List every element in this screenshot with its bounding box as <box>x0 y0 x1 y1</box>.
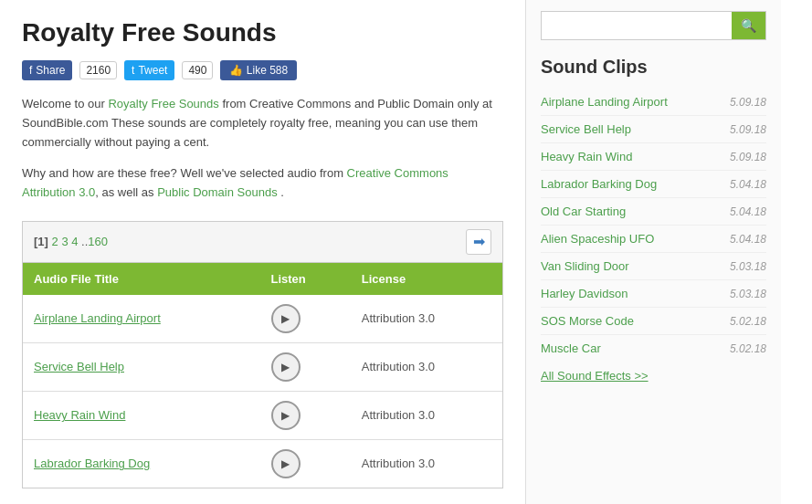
public-domain-link[interactable]: Public Domain Sounds <box>157 185 278 199</box>
audio-table: Audio File Title Listen License Airplane… <box>23 263 502 488</box>
list-item: Service Bell Help 5.09.18 <box>541 116 766 143</box>
clip-date: 5.03.18 <box>730 260 766 273</box>
list-item: Van Sliding Door 5.03.18 <box>541 253 766 280</box>
search-bar: 🔍 <box>541 11 766 40</box>
social-bar: f Share 2160 t Tweet 490 👍 Like 588 <box>22 60 503 80</box>
facebook-share-button[interactable]: f Share <box>22 60 72 80</box>
clip-name-link[interactable]: Van Sliding Door <box>541 259 629 273</box>
list-item: Airplane Landing Airport 5.09.18 <box>541 89 766 116</box>
twitter-count: 490 <box>182 61 213 79</box>
table-header-row: Audio File Title Listen License <box>23 263 502 295</box>
page-4-link[interactable]: 4 <box>71 235 78 248</box>
facebook-icon: f <box>29 64 32 77</box>
clip-date: 5.02.18 <box>730 342 766 355</box>
intro-paragraph-1: Welcome to our Royalty Free Sounds from … <box>22 95 503 152</box>
license-label: Attribution 3.0 <box>362 457 435 470</box>
clip-name-link[interactable]: Harley Davidson <box>541 287 627 300</box>
table-row: Labrador Barking Dog ▶ Attribution 3.0 <box>23 439 502 488</box>
facebook-count: 2160 <box>79 61 117 79</box>
audio-title-link[interactable]: Service Bell Help <box>34 360 124 373</box>
clip-name-link[interactable]: Labrador Barking Dog <box>541 177 657 191</box>
list-item: Labrador Barking Dog 5.04.18 <box>541 171 766 198</box>
page-2-link[interactable]: 2 <box>52 235 58 248</box>
col-header-license: License <box>351 263 502 295</box>
play-button[interactable]: ▶ <box>271 449 301 478</box>
clip-name-link[interactable]: Alien Spaceship UFO <box>541 232 654 246</box>
thumbs-up-icon: 👍 <box>229 64 246 77</box>
license-label: Attribution 3.0 <box>362 360 435 373</box>
clip-date: 5.04.18 <box>730 205 766 218</box>
page-160-link[interactable]: 160 <box>88 235 108 248</box>
search-input[interactable] <box>542 14 732 38</box>
royalty-free-sounds-link[interactable]: Royalty Free Sounds <box>108 97 218 110</box>
license-label: Attribution 3.0 <box>362 311 435 325</box>
clip-date: 5.02.18 <box>730 315 766 328</box>
clip-date: 5.04.18 <box>730 233 766 246</box>
play-button[interactable]: ▶ <box>271 304 301 333</box>
intro-paragraph-2: Why and how are these free? Well we've s… <box>22 164 503 203</box>
clip-date: 5.03.18 <box>730 288 766 300</box>
search-button[interactable]: 🔍 <box>732 12 765 39</box>
audio-title-link[interactable]: Labrador Barking Dog <box>34 457 150 470</box>
all-sound-effects-link[interactable]: All Sound Effects >> <box>541 369 766 383</box>
twitter-icon: t <box>132 64 134 77</box>
list-item: Heavy Rain Wind 5.09.18 <box>541 143 766 171</box>
table-row: Airplane Landing Airport ▶ Attribution 3… <box>23 295 502 343</box>
list-item: Harley Davidson 5.03.18 <box>541 280 766 308</box>
clip-date: 5.09.18 <box>730 123 766 136</box>
list-item: Alien Spaceship UFO 5.04.18 <box>541 226 766 253</box>
list-item: Muscle Car 5.02.18 <box>541 335 766 362</box>
audio-table-wrapper: [1] 2 3 4 ..160 ➡ Audio File Title Liste… <box>22 221 503 488</box>
facebook-like-button[interactable]: 👍 Like 588 <box>220 60 297 80</box>
clip-name-link[interactable]: Airplane Landing Airport <box>541 95 668 109</box>
page-title: Royalty Free Sounds <box>22 18 503 47</box>
twitter-tweet-button[interactable]: t Tweet <box>124 60 174 80</box>
table-row: Heavy Rain Wind ▶ Attribution 3.0 <box>23 391 502 439</box>
table-row: Service Bell Help ▶ Attribution 3.0 <box>23 342 502 391</box>
clip-date: 5.09.18 <box>730 96 766 109</box>
clip-date: 5.04.18 <box>730 178 766 191</box>
clip-name-link[interactable]: Heavy Rain Wind <box>541 150 632 163</box>
audio-title-link[interactable]: Heavy Rain Wind <box>34 408 125 422</box>
clip-name-link[interactable]: Muscle Car <box>541 341 601 355</box>
audio-title-link[interactable]: Airplane Landing Airport <box>34 311 161 325</box>
sidebar: 🔍 Sound Clips Airplane Landing Airport 5… <box>525 0 781 504</box>
clip-date: 5.09.18 <box>730 151 766 163</box>
clip-name-link[interactable]: SOS Morse Code <box>541 314 634 328</box>
col-header-title: Audio File Title <box>23 263 260 295</box>
clip-list: Airplane Landing Airport 5.09.18 Service… <box>541 89 766 362</box>
list-item: SOS Morse Code 5.02.18 <box>541 308 766 335</box>
pagination: [1] 2 3 4 ..160 <box>34 235 108 248</box>
page-3-link[interactable]: 3 <box>61 235 68 248</box>
col-header-listen: Listen <box>260 263 351 295</box>
list-item: Old Car Starting 5.04.18 <box>541 198 766 226</box>
next-page-button[interactable]: ➡ <box>466 229 491 255</box>
clip-name-link[interactable]: Old Car Starting <box>541 205 626 218</box>
sound-clips-heading: Sound Clips <box>541 57 766 78</box>
license-label: Attribution 3.0 <box>362 408 435 422</box>
table-navigation: [1] 2 3 4 ..160 ➡ <box>23 222 502 263</box>
play-button[interactable]: ▶ <box>271 401 301 430</box>
play-button[interactable]: ▶ <box>271 352 301 382</box>
clip-name-link[interactable]: Service Bell Help <box>541 122 631 136</box>
